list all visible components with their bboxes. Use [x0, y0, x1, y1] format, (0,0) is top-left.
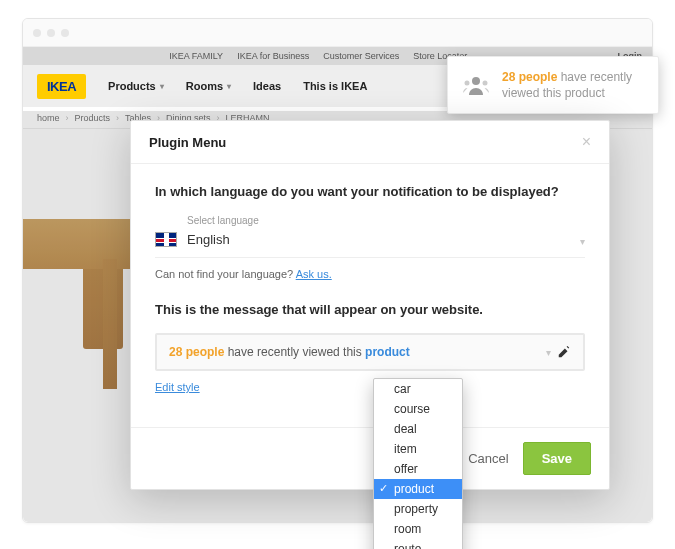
nav-rooms[interactable]: Rooms▾: [186, 80, 231, 92]
util-link[interactable]: IKEA for Business: [237, 51, 309, 61]
chevron-down-icon: ▾: [160, 82, 164, 91]
chevron-down-icon: ▾: [546, 347, 551, 358]
window-dot: [33, 29, 41, 37]
chevron-down-icon: ▾: [580, 236, 585, 247]
plugin-menu-modal: Plugin Menu × In which language do you w…: [130, 120, 610, 490]
toast-text: 28 people have recently viewed this prod…: [502, 69, 643, 101]
option-deal[interactable]: deal: [374, 419, 462, 439]
uk-flag-icon: [155, 232, 177, 247]
nav-thisis[interactable]: This is IKEA: [303, 80, 367, 92]
svg-point-0: [472, 77, 480, 85]
nav-products[interactable]: Products▾: [108, 80, 164, 92]
message-token: product: [365, 345, 410, 359]
cancel-button[interactable]: Cancel: [468, 451, 508, 466]
people-icon: [463, 75, 489, 95]
window-dot: [47, 29, 55, 37]
language-help: Can not find your language? Ask us.: [155, 268, 585, 280]
save-button[interactable]: Save: [523, 442, 591, 475]
message-preview[interactable]: 28 people have recently viewed this prod…: [155, 333, 585, 371]
language-value: English: [187, 228, 585, 251]
option-course[interactable]: course: [374, 399, 462, 419]
modal-title: Plugin Menu: [149, 135, 226, 150]
token-options-dropdown[interactable]: carcoursedealitemofferproductpropertyroo…: [373, 378, 463, 549]
util-link[interactable]: Customer Services: [323, 51, 399, 61]
language-label: Select language: [187, 215, 585, 226]
message-heading: This is the message that will appear on …: [155, 302, 585, 317]
svg-point-1: [465, 81, 470, 86]
option-route[interactable]: route: [374, 539, 462, 549]
language-question: In which language do you want your notif…: [155, 184, 585, 199]
option-car[interactable]: car: [374, 379, 462, 399]
nav-ideas[interactable]: Ideas: [253, 80, 281, 92]
edit-icon[interactable]: [557, 345, 571, 359]
ask-us-link[interactable]: Ask us.: [296, 268, 332, 280]
brand-logo[interactable]: IKEA: [37, 74, 86, 99]
browser-chrome: [23, 19, 652, 47]
option-property[interactable]: property: [374, 499, 462, 519]
svg-point-2: [483, 81, 488, 86]
edit-style-link[interactable]: Edit style: [155, 381, 200, 393]
views-toast: 28 people have recently viewed this prod…: [447, 56, 659, 114]
option-item[interactable]: item: [374, 439, 462, 459]
language-select[interactable]: Select language English ▾: [155, 215, 585, 258]
option-offer[interactable]: offer: [374, 459, 462, 479]
close-icon[interactable]: ×: [582, 133, 591, 151]
window-dot: [61, 29, 69, 37]
option-room[interactable]: room: [374, 519, 462, 539]
chevron-down-icon: ▾: [227, 82, 231, 91]
option-product[interactable]: product: [374, 479, 462, 499]
util-link[interactable]: IKEA FAMILY: [169, 51, 223, 61]
